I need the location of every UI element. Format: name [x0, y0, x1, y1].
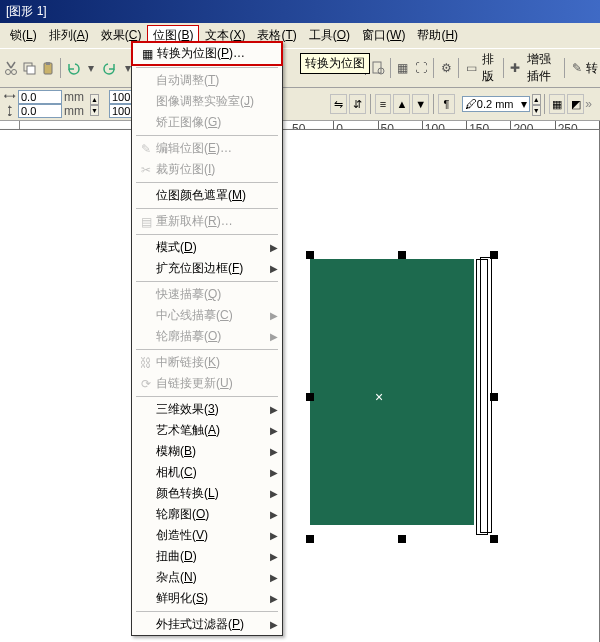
wrap-icon[interactable]: ¶ — [438, 94, 455, 114]
undo-icon[interactable] — [65, 57, 81, 79]
page[interactable] — [0, 129, 600, 642]
menu-item-label: 创造性(V) — [156, 527, 270, 544]
menu-item: ▤重新取样(R)… — [132, 211, 282, 232]
link-icon: ⛓ — [136, 356, 156, 370]
submenu-arrow-icon: ▶ — [270, 404, 278, 415]
menu-item[interactable]: 位图颜色遮罩(M) — [132, 185, 282, 206]
height-input[interactable] — [18, 104, 62, 118]
menu-item-label: 艺术笔触(A) — [156, 422, 270, 439]
menu-item-label: 裁剪位图(I) — [156, 161, 278, 178]
title-text: [图形 1] — [6, 4, 47, 18]
to-front-icon[interactable]: ▲ — [393, 94, 410, 114]
menu-item-label: 扩充位图边框(F) — [156, 260, 270, 277]
canvas[interactable]: × — [20, 139, 600, 642]
menu-item[interactable]: 艺术笔触(A)▶ — [132, 420, 282, 441]
menu-a[interactable]: 排列(A) — [43, 25, 95, 46]
enhance-icon[interactable]: ✚ — [507, 57, 523, 79]
edit-bitmap-icon[interactable]: ▦ — [549, 94, 566, 114]
menu-item: ✂裁剪位图(I) — [132, 159, 282, 180]
menu-item[interactable]: 模式(D)▶ — [132, 237, 282, 258]
menu-o[interactable]: 工具(O) — [303, 25, 356, 46]
toolbar-overflow-icon[interactable]: » — [585, 97, 596, 111]
separator — [390, 58, 391, 78]
menu-item[interactable]: 三维效果(3)▶ — [132, 399, 282, 420]
mirror-h-icon[interactable]: ⇋ — [330, 94, 347, 114]
cut-icon[interactable] — [3, 57, 19, 79]
mirror-v-icon[interactable]: ⇵ — [349, 94, 366, 114]
selection-handle[interactable] — [306, 393, 314, 401]
zoom-page-icon[interactable] — [370, 57, 386, 79]
width-icon: ⭤ — [4, 90, 16, 104]
menu-item-label: 轮廓描摹(O) — [156, 328, 270, 345]
menu-item[interactable]: 外挂式过滤器(P)▶ — [132, 614, 282, 635]
menu-item: 自动调整(T) — [132, 70, 282, 91]
options-icon[interactable]: ⚙ — [438, 57, 454, 79]
menu-item: ⟳自链接更新(U) — [132, 373, 282, 394]
menu-item-label: 矫正图像(G) — [156, 114, 278, 131]
menu-item[interactable]: 颜色转换(L)▶ — [132, 483, 282, 504]
menu-item[interactable]: 创造性(V)▶ — [132, 525, 282, 546]
selection-center-icon: × — [375, 389, 383, 405]
selection-handle[interactable] — [306, 251, 314, 259]
menu-separator — [136, 234, 278, 235]
height-icon: ⭥ — [4, 104, 16, 118]
selection-handle[interactable] — [490, 535, 498, 543]
menu-item-label: 中心线描摹(C) — [156, 307, 270, 324]
menu-item[interactable]: ▦转换为位图(P)… — [131, 41, 283, 66]
snap-icon[interactable]: ▦ — [395, 57, 411, 79]
menu-item-label: 快速描摹(Q) — [156, 286, 278, 303]
menu-item[interactable]: 轮廓图(O)▶ — [132, 504, 282, 525]
align-icon[interactable]: ≡ — [375, 94, 392, 114]
menu-item[interactable]: 模糊(B)▶ — [132, 441, 282, 462]
selection-handle[interactable] — [306, 535, 314, 543]
layout-label: 排版 — [482, 51, 499, 85]
svg-rect-11 — [373, 62, 381, 73]
width-input[interactable] — [18, 90, 62, 104]
menu-item[interactable]: 相机(C)▶ — [132, 462, 282, 483]
outline-width-input[interactable] — [477, 98, 521, 110]
menu-l[interactable]: 锁(L) — [4, 25, 43, 46]
trace-bitmap-icon[interactable]: ◩ — [567, 94, 584, 114]
submenu-arrow-icon: ▶ — [270, 467, 278, 478]
position-group: ⭤mm ⭥mm — [4, 90, 84, 118]
fullscreen-icon[interactable]: ⛶ — [413, 57, 429, 79]
menu-item-label: 模糊(B) — [156, 443, 270, 460]
menu-w[interactable]: 窗口(W) — [356, 25, 411, 46]
redo-icon[interactable] — [101, 57, 117, 79]
copy-icon[interactable] — [21, 57, 37, 79]
menu-item: 轮廓描摹(O)▶ — [132, 326, 282, 347]
menu-item[interactable]: 扭曲(D)▶ — [132, 546, 282, 567]
menu-item-label: 外挂式过滤器(P) — [156, 616, 270, 633]
svg-rect-5 — [46, 62, 50, 65]
selection-handle[interactable] — [490, 251, 498, 259]
selection-handle[interactable] — [490, 393, 498, 401]
menu-item: ✎编辑位图(E)… — [132, 138, 282, 159]
menu-item-label: 重新取样(R)… — [156, 213, 278, 230]
to-back-icon[interactable]: ▼ — [412, 94, 429, 114]
separator — [433, 94, 434, 114]
layout-icon[interactable]: ▭ — [463, 57, 479, 79]
undo-dropdown-icon[interactable]: ▾ — [83, 57, 99, 79]
size-spinner[interactable]: ▲▼ — [90, 94, 99, 114]
separator — [370, 94, 371, 114]
property-bar: ⭤mm ⭥mm ▲▼ % % ▲▼ 🔒 ⇋ ⇵ ≡ ▲ ▼ ¶ 🖊 ▾ ▲▼ ▦… — [0, 88, 600, 121]
menu-item[interactable]: 鲜明化(S)▶ — [132, 588, 282, 609]
submenu-arrow-icon: ▶ — [270, 488, 278, 499]
selected-rectangle[interactable] — [310, 259, 474, 525]
separator — [544, 94, 545, 114]
menu-item[interactable]: 杂点(N)▶ — [132, 567, 282, 588]
bitmap-menu-dropdown: ▦转换为位图(P)…自动调整(T)图像调整实验室(J)矫正图像(G)✎编辑位图(… — [131, 41, 283, 636]
submenu-arrow-icon: ▶ — [270, 619, 278, 630]
submenu-arrow-icon: ▶ — [270, 551, 278, 562]
paste-icon[interactable] — [40, 57, 56, 79]
selection-handle[interactable] — [398, 251, 406, 259]
selection-handle[interactable] — [398, 535, 406, 543]
menu-item[interactable]: 扩充位图边框(F)▶ — [132, 258, 282, 279]
outline-width-field[interactable]: 🖊 ▾ — [462, 96, 530, 112]
menu-separator — [136, 611, 278, 612]
convert-icon[interactable]: ✎ — [569, 57, 585, 79]
menu-h[interactable]: 帮助(H) — [411, 25, 464, 46]
title-bar: [图形 1] — [0, 0, 600, 23]
edit-icon: ✎ — [136, 142, 156, 156]
outline-spinner[interactable]: ▲▼ — [532, 94, 541, 114]
